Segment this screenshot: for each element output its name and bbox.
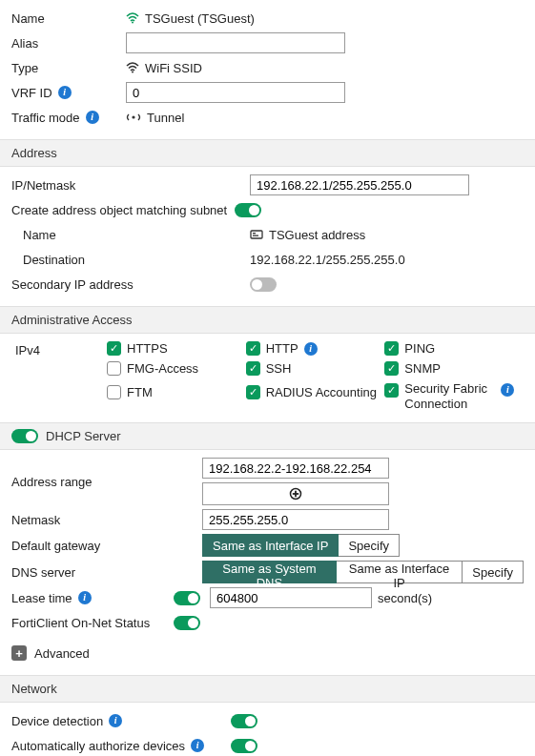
name-value: TSGuest (TSGuest) [145, 11, 255, 26]
name-label: Name [11, 11, 126, 26]
svg-point-2 [132, 115, 134, 118]
cb-http[interactable]: ✓HTTPi [246, 341, 385, 356]
cb-fabric[interactable]: ✓Security Fabric Connectioni [384, 381, 524, 411]
ip-input[interactable] [250, 174, 469, 195]
lease-input[interactable] [210, 587, 372, 608]
alias-label: Alias [11, 36, 126, 51]
address-section: IP/Netmask Create address object matchin… [0, 167, 535, 306]
cb-snmp[interactable]: ✓SNMP [384, 361, 524, 376]
netmask-input[interactable] [202, 509, 389, 530]
ip-label: IP/Netmask [11, 178, 250, 193]
create-addr-label: Create address object matching subnet [11, 203, 227, 217]
traffic-value: Tunnel [147, 111, 184, 125]
range-label: Address range [11, 475, 202, 489]
traffic-label: Traffic mode i [11, 111, 126, 125]
info-icon[interactable]: i [58, 86, 72, 99]
dns-specify-button[interactable]: Specify [463, 561, 524, 583]
traffic-value-wrap: Tunnel [126, 111, 524, 125]
svg-rect-3 [251, 231, 262, 238]
general-section: Name TSGuest (TSGuest) Alias Type WiFi S… [0, 0, 535, 139]
network-header: Network [0, 675, 535, 703]
dns-same-sys-button[interactable]: Same as System DNS [202, 561, 337, 583]
advanced-expander[interactable]: + Advanced [11, 641, 524, 665]
secondary-ip-toggle[interactable] [250, 277, 277, 292]
dns-segmented: Same as System DNS Same as Interface IP … [202, 561, 524, 583]
alias-input[interactable] [126, 32, 345, 53]
dhcp-section: Address range Netmask Default gateway Sa… [0, 450, 535, 675]
type-value: WiFi SSID [145, 61, 202, 75]
onnet-toggle[interactable] [174, 616, 200, 630]
create-addr-toggle[interactable] [235, 203, 261, 217]
device-detect-toggle[interactable] [231, 714, 257, 728]
dest-label: Destination [11, 253, 250, 267]
admin-header: Administrative Access [0, 306, 535, 334]
svg-rect-5 [253, 235, 258, 236]
dhcp-header: DHCP Server [0, 422, 535, 450]
lease-unit: second(s) [378, 591, 432, 605]
tunnel-icon [126, 112, 141, 123]
dns-label: DNS server [11, 565, 202, 580]
range-input[interactable] [202, 458, 389, 479]
lease-label: Lease time i [11, 591, 174, 605]
info-icon[interactable]: i [86, 111, 99, 124]
dns-same-if-button[interactable]: Same as Interface IP [337, 561, 463, 583]
cb-ftm[interactable]: FTM [107, 385, 246, 399]
addr-name-value-wrap: TSGuest address [250, 228, 524, 242]
vrf-input[interactable] [126, 82, 345, 103]
addr-name-label: Name [11, 228, 250, 242]
info-icon[interactable]: i [304, 342, 318, 356]
info-icon[interactable]: i [78, 591, 92, 604]
secondary-ip-label: Secondary IP address [11, 277, 250, 292]
wifi-ssid-icon [126, 62, 139, 73]
gateway-label: Default gateway [11, 539, 202, 553]
netmask-label: Netmask [11, 513, 202, 527]
onnet-label: FortiClient On-Net Status [11, 616, 174, 630]
info-icon[interactable]: i [109, 714, 122, 727]
cb-https[interactable]: ✓HTTPS [107, 341, 246, 356]
auto-auth-toggle[interactable] [231, 739, 257, 753]
type-value-wrap: WiFi SSID [126, 61, 524, 75]
gateway-segmented: Same as Interface IP Specify [202, 534, 400, 557]
device-detect-label: Device detection i [11, 714, 231, 728]
gateway-same-if-button[interactable]: Same as Interface IP [202, 534, 339, 557]
auto-auth-label: Automatically authorize devices i [11, 739, 231, 753]
svg-rect-4 [253, 233, 256, 234]
info-icon[interactable]: i [191, 739, 204, 752]
network-section: Device detection i Automatically authori… [0, 703, 535, 756]
vrf-label: VRF ID i [11, 86, 126, 100]
name-value-wrap: TSGuest (TSGuest) [126, 11, 524, 26]
cb-ping[interactable]: ✓PING [384, 341, 524, 356]
info-icon[interactable]: i [501, 383, 514, 397]
address-object-icon [250, 229, 263, 240]
ipv4-label: IPv4 [11, 341, 107, 358]
address-header: Address [0, 139, 535, 167]
wifi-icon [126, 12, 139, 24]
cb-ssh[interactable]: ✓SSH [246, 361, 385, 376]
gateway-specify-button[interactable]: Specify [339, 534, 400, 557]
add-range-button[interactable] [202, 482, 389, 505]
admin-check-grid: ✓HTTPS FMG-Access FTM ✓HTTPi ✓SSH ✓RADIU… [107, 341, 524, 411]
dest-value: 192.168.22.1/255.255.255.0 [250, 253, 405, 267]
lease-toggle[interactable] [174, 591, 200, 605]
cb-fmg[interactable]: FMG-Access [107, 361, 246, 376]
admin-section: IPv4 ✓HTTPS FMG-Access FTM ✓HTTPi ✓SSH ✓… [0, 334, 535, 422]
type-label: Type [11, 61, 126, 75]
plus-icon: + [11, 645, 27, 661]
addr-name-value: TSGuest address [269, 228, 365, 242]
svg-point-1 [132, 72, 134, 73]
svg-point-0 [132, 22, 134, 24]
dhcp-toggle[interactable] [11, 429, 38, 443]
cb-radius[interactable]: ✓RADIUS Accounting [246, 385, 385, 399]
